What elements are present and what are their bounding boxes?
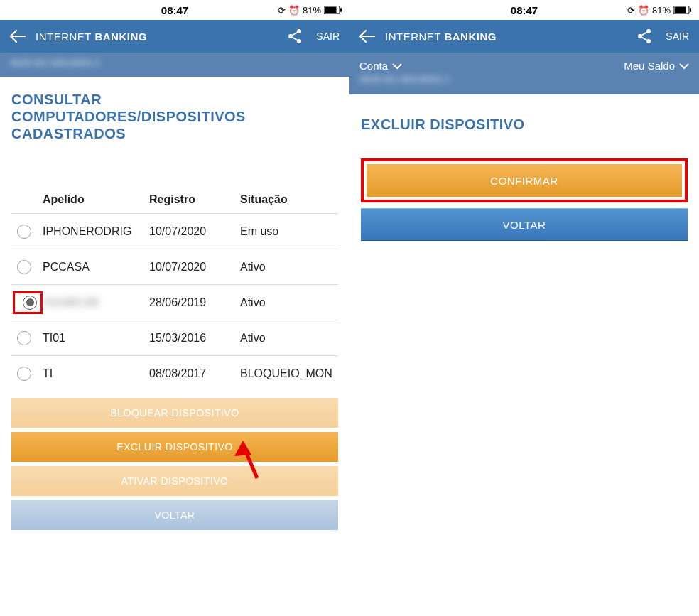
- svg-point-4: [288, 34, 293, 38]
- cell-apelido: IPHONERODRIG: [43, 225, 149, 238]
- status-bar: 08:47 ⟳ ⏰ 81%: [350, 0, 699, 20]
- header-title: INTERNET BANKING: [385, 31, 497, 43]
- sair-link[interactable]: SAIR: [666, 31, 689, 42]
- cell-situacao: Ativo: [240, 332, 338, 345]
- account-number: 06/45 001 000130001·2: [359, 75, 450, 85]
- bloquear-button[interactable]: BLOQUEAR DISPOSITIVO: [11, 398, 338, 428]
- cell-situacao: Ativo: [240, 296, 338, 309]
- cell-situacao: BLOQUEIO_MON: [240, 367, 338, 380]
- header-title: INTERNET BANKING: [36, 31, 147, 43]
- svg-rect-8: [690, 8, 691, 12]
- th-situacao: Situação: [240, 193, 338, 206]
- status-time: 08:47: [161, 4, 188, 16]
- cell-situacao: Em uso: [240, 225, 338, 238]
- status-time: 08:47: [511, 4, 538, 16]
- excluir-button[interactable]: EXCLUIR DISPOSITIVO: [11, 432, 338, 462]
- page-title: CONSULTAR COMPUTADORES/DISPOSITIVOS CADA…: [11, 91, 338, 142]
- cell-apelido: TI01: [43, 332, 149, 345]
- confirmar-button[interactable]: CONFIRMAR: [367, 164, 682, 197]
- svg-point-5: [297, 39, 301, 43]
- radio-button[interactable]: [17, 260, 31, 274]
- svg-point-11: [646, 39, 651, 43]
- table-row[interactable]: TI01 15/03/2016 Ativo: [11, 320, 338, 355]
- cell-situacao: Ativo: [240, 261, 338, 274]
- share-icon[interactable]: [636, 28, 653, 45]
- th-apelido: Apelido: [43, 193, 149, 206]
- chevron-down-icon: [392, 63, 402, 70]
- radio-button[interactable]: [17, 225, 31, 239]
- share-icon[interactable]: [286, 28, 303, 45]
- battery-icon: [673, 6, 692, 14]
- status-bar: 08:47 ⟳ ⏰ 81%: [0, 0, 350, 20]
- chevron-down-icon: [679, 63, 689, 70]
- sub-header: Conta 06/45 001 000130001·2 Meu Saldo: [350, 53, 699, 94]
- sair-link[interactable]: SAIR: [316, 31, 340, 42]
- page-title: EXCLUIR DISPOSITIVO: [361, 116, 688, 133]
- app-header: INTERNET BANKING SAIR: [0, 20, 350, 53]
- cell-registro: 10/07/2020: [149, 225, 240, 238]
- svg-point-9: [646, 29, 651, 33]
- sub-header: 06/45 001 000130001·2: [0, 53, 350, 77]
- cell-registro: 10/07/2020: [149, 261, 240, 274]
- radio-button[interactable]: [17, 331, 31, 345]
- balance-dropdown[interactable]: Meu Saldo: [624, 60, 689, 72]
- cell-apelido: PCCASA: [43, 261, 149, 274]
- account-number: 06/45 001 000130001·2: [10, 58, 100, 68]
- svg-point-3: [297, 29, 301, 33]
- table-row[interactable]: TI 08/08/2017 BLOQUEIO_MON: [11, 355, 338, 391]
- voltar-button[interactable]: VOLTAR: [11, 500, 338, 530]
- table-row[interactable]: PCCASA 10/07/2020 Ativo: [11, 249, 338, 284]
- cell-registro: 15/03/2016: [149, 332, 240, 345]
- svg-rect-7: [675, 7, 686, 13]
- app-header: INTERNET BANKING SAIR: [350, 20, 699, 53]
- cell-registro: 28/06/2019: [149, 296, 240, 309]
- voltar-button[interactable]: VOLTAR: [361, 208, 688, 241]
- button-highlight: CONFIRMAR: [361, 158, 688, 202]
- lock-rotation-icon: ⟳: [278, 5, 286, 16]
- svg-point-10: [638, 34, 642, 38]
- cell-apelido: ASABEUBI: [43, 296, 149, 309]
- svg-rect-2: [340, 8, 342, 12]
- back-icon[interactable]: [10, 30, 26, 43]
- th-registro: Registro: [149, 193, 240, 206]
- ativar-button[interactable]: ATIVAR DISPOSITIVO: [11, 466, 338, 496]
- alarm-icon: ⏰: [288, 5, 300, 16]
- battery-icon: [324, 6, 342, 14]
- battery-percent: 81%: [652, 5, 671, 16]
- account-dropdown[interactable]: Conta: [359, 60, 450, 72]
- battery-percent: 81%: [303, 5, 321, 16]
- svg-rect-1: [325, 7, 337, 13]
- back-icon[interactable]: [359, 30, 375, 43]
- alarm-icon: ⏰: [638, 5, 649, 16]
- arrow-annotation-icon: [222, 439, 264, 482]
- lock-rotation-icon: ⟳: [627, 5, 635, 16]
- table-row[interactable]: ASABEUBI 28/06/2019 Ativo: [11, 284, 338, 320]
- radio-highlight: [13, 291, 43, 314]
- table-row[interactable]: IPHONERODRIG 10/07/2020 Em uso: [11, 213, 338, 249]
- radio-button[interactable]: [17, 367, 31, 381]
- table-header: Apelido Registro Situação: [11, 185, 338, 213]
- cell-registro: 08/08/2017: [149, 367, 240, 380]
- radio-button[interactable]: [23, 296, 37, 310]
- cell-apelido: TI: [43, 367, 149, 380]
